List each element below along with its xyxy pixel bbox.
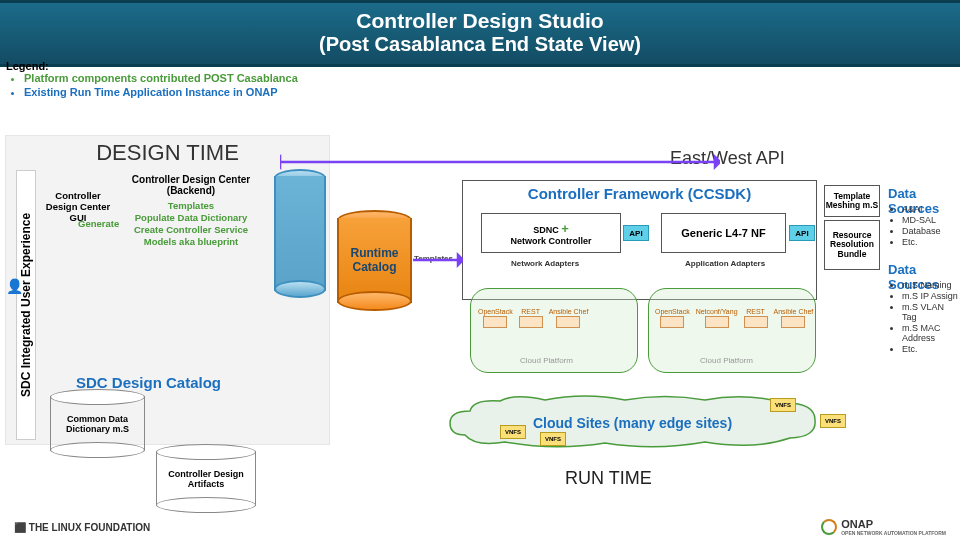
legend-item-platform: Platform components contributed POST Cas…: [24, 72, 298, 84]
vnf-chip-4: VNFS: [820, 414, 846, 428]
onap-tagline: OPEN NETWORK AUTOMATION PLATFORM: [841, 530, 946, 536]
user-icon: 👤: [6, 278, 23, 294]
stack-ansible-2: Ansible Chef: [774, 308, 814, 315]
ds2-naming: m.S Naming: [902, 280, 960, 290]
ds1-etc: Etc.: [902, 237, 941, 247]
runtime-label: RUN TIME: [565, 468, 652, 489]
application-adapters-label: Application Adapters: [685, 259, 765, 268]
design-time-panel: DESIGN TIME SDC Integrated User Experien…: [5, 135, 330, 445]
sdnc-plus-icon: +: [561, 221, 569, 236]
stack-ansible: Ansible Chef: [549, 308, 589, 315]
artifacts-label: Controller Design Artifacts: [156, 451, 256, 506]
legend-title: Legend:: [6, 60, 298, 72]
linux-foundation-logo: THE LINUX FOUNDATION: [14, 522, 150, 533]
sdnc-name: SDNC: [533, 225, 561, 235]
stack-rest-2: REST: [746, 308, 765, 315]
legend-item-existing: Existing Run Time Application Instance i…: [24, 86, 298, 98]
common-data-dictionary-cyl: Common Data Dictionary m.S: [50, 396, 145, 451]
sdc-user-experience-label: SDC Integrated User Experience: [16, 170, 36, 440]
ds2-ip: m.S IP Assign: [902, 291, 960, 301]
cloud-sites: Cloud Sites (many edge sites): [445, 395, 820, 450]
svg-marker-1: [458, 255, 463, 265]
ccsdk-framework-box: Controller Framework (CCSDK) SDNC + Netw…: [462, 180, 817, 300]
runtime-catalog-cyl: Runtime Catalog: [337, 218, 412, 303]
header-banner: Controller Design Studio (Post Casablanc…: [0, 0, 960, 67]
legend: Legend: Platform components contributed …: [6, 60, 298, 100]
data-sources-list-2: m.S Naming m.S IP Assign m.S VLAN Tag m.…: [888, 280, 960, 355]
data-sources-list-1: A&AI MD-SAL Database Etc.: [888, 204, 941, 248]
controller-design-backend-box: Controller Design Center (Backend) Gener…: [116, 170, 266, 290]
design-cylinder-icon: [274, 176, 326, 291]
network-adapters-label: Network Adapters: [511, 259, 579, 268]
stack-rest: REST: [521, 308, 540, 315]
title-line1: Controller Design Studio: [0, 9, 960, 33]
vnf-chip-1: VNFS: [500, 425, 526, 439]
footer: THE LINUX FOUNDATION ONAP OPEN NETWORK A…: [0, 514, 960, 540]
generic-l47-nf-box: Generic L4-7 NF: [661, 213, 786, 253]
stack-icons-right: OpenStack Netconf/Yang REST Ansible Chef: [655, 308, 813, 328]
svg-marker-4: [715, 157, 720, 167]
backend-line-templates: Templates: [120, 200, 262, 212]
vnf-chip-3: VNFS: [770, 398, 796, 412]
title-line2: (Post Casablanca End State View): [0, 33, 960, 56]
ds2-etc: Etc.: [902, 344, 960, 354]
sdc-design-catalog: SDC Design Catalog Common Data Dictionar…: [46, 396, 276, 476]
ds1-database: Database: [902, 226, 941, 236]
runtime-catalog-label: Runtime Catalog: [337, 218, 412, 303]
ds1-mdsal: MD-SAL: [902, 215, 941, 225]
ds1-aai: A&AI: [902, 204, 941, 214]
onap-ring-icon: [821, 519, 837, 535]
cloud-platform-label-2: Cloud Platform: [700, 356, 753, 365]
ds2-mac: m.S MAC Address: [902, 323, 960, 343]
api-chip-2: API: [789, 225, 815, 241]
stack-icons-left: OpenStack REST Ansible Chef: [478, 308, 588, 328]
cloud-platform-label-1: Cloud Platform: [520, 356, 573, 365]
backend-line-models: Create Controller Service Models aka blu…: [120, 224, 262, 248]
arrow-templates: [413, 252, 463, 268]
stack-openstack-2: OpenStack: [655, 308, 690, 315]
generate-label: Generate: [78, 218, 114, 229]
onap-logo: ONAP OPEN NETWORK AUTOMATION PLATFORM: [821, 518, 946, 536]
sdnc-subname: Network Controller: [510, 236, 591, 246]
stack-netconf: Netconf/Yang: [696, 308, 738, 315]
ds2-vlan: m.S VLAN Tag: [902, 302, 960, 322]
template-meshing-box: Template Meshing m.S: [824, 185, 880, 217]
backend-title: Controller Design Center (Backend): [120, 174, 262, 196]
resource-resolution-box: Resource Resolution Bundle: [824, 220, 880, 270]
stack-openstack: OpenStack: [478, 308, 513, 315]
vnf-chip-2: VNFS: [540, 432, 566, 446]
backend-line-dictionary: Populate Data Dictionary: [120, 212, 262, 224]
controller-design-artifacts-cyl: Controller Design Artifacts: [156, 451, 256, 506]
onap-name: ONAP: [841, 518, 946, 530]
backend-lines: Templates Populate Data Dictionary Creat…: [120, 200, 262, 248]
cloud-sites-label: Cloud Sites (many edge sites): [445, 395, 820, 450]
sdnc-network-controller-box: SDNC + Network Controller: [481, 213, 621, 253]
ccsdk-title: Controller Framework (CCSDK): [463, 185, 816, 202]
dict-label: Common Data Dictionary m.S: [50, 396, 145, 451]
controller-design-gui-box: Controller Design Center GUI: [44, 184, 112, 239]
arrow-east-west: [280, 152, 720, 172]
api-chip-1: API: [623, 225, 649, 241]
